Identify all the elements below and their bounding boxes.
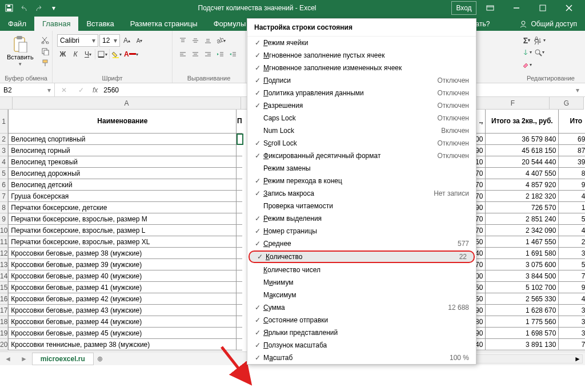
menu-item[interactable]: ✓Ползунок масштаба (247, 339, 476, 351)
row-header-4[interactable]: 4 (0, 156, 8, 168)
save-icon[interactable] (3, 2, 15, 14)
align-right-icon[interactable] (202, 49, 214, 60)
menu-item[interactable]: Num LockВключен (247, 124, 476, 137)
menu-item[interactable]: ✓Режим выделения (247, 212, 476, 225)
cell-f[interactable]: 1 691 580 (486, 248, 559, 259)
cell-g[interactable]: 9 2 (559, 179, 585, 191)
align-bottom-icon[interactable] (202, 35, 214, 46)
cell-name[interactable]: Кроссовки теннисные, размер 38 (мужские) (8, 339, 237, 350)
cell-g[interactable]: 7 3 (559, 270, 585, 282)
orientation-icon[interactable]: ab▾ (215, 35, 226, 46)
cell-g[interactable]: 3 1 (559, 305, 585, 316)
find-select-icon[interactable]: ▾ (534, 47, 545, 58)
copy-icon[interactable] (39, 46, 51, 57)
cell-name[interactable]: Кроссовки беговые, размер 39 (мужские) (8, 259, 237, 270)
row-header-20[interactable]: 20 (0, 339, 8, 350)
close-icon[interactable] (556, 0, 582, 16)
cell-f[interactable]: 1 628 670 (486, 305, 559, 316)
cell-f[interactable]: 4 857 920 (486, 179, 559, 191)
cell-name[interactable]: Перчатки боксерские, детские (8, 202, 237, 213)
row-header-15[interactable]: 15 (0, 282, 8, 293)
menu-item[interactable]: ✓Среднее577 (247, 237, 476, 250)
sheet-tab[interactable]: microexcel.ru (32, 353, 94, 365)
tab-home[interactable]: Главная (34, 17, 78, 31)
menu-item[interactable]: ✓Запись макросаНет записи (247, 187, 476, 200)
cell-name[interactable]: Велосипед трековый (8, 156, 237, 168)
menu-item[interactable]: Режим замены (247, 162, 476, 175)
cell-name[interactable]: Перчатки боксерские, взрослые, размер M (8, 213, 237, 225)
maximize-icon[interactable] (530, 0, 555, 16)
cell-g[interactable]: 9 7 (559, 282, 585, 293)
cell-name[interactable]: Велосипед детский (8, 179, 237, 191)
row-header-12[interactable]: 12 (0, 248, 8, 259)
cell-g[interactable]: 1 3 (559, 202, 585, 213)
menu-item[interactable]: ✓Фиксированный десятичный форматОтключен (247, 149, 476, 162)
cell-name[interactable]: Кроссовки беговые, размер 41 (мужские) (8, 282, 237, 293)
menu-item[interactable]: ✓Состояние отправки (247, 314, 476, 326)
sheet-nav-next-icon[interactable]: ► (16, 353, 32, 365)
menu-item[interactable]: ✓Режим перехода в конец (247, 175, 476, 187)
minimize-icon[interactable] (504, 0, 529, 16)
decrease-indent-icon[interactable] (215, 49, 226, 60)
border-icon[interactable]: ▾ (97, 49, 108, 60)
format-painter-icon[interactable] (39, 57, 51, 68)
menu-item[interactable]: ✓Номер страницы (247, 225, 476, 237)
autosum-icon[interactable]: Σ▾ (521, 35, 532, 46)
row-header-19[interactable]: 19 (0, 328, 8, 339)
underline-button[interactable]: Ч▾ (82, 49, 94, 60)
tab-layout[interactable]: Разметка страницы (122, 17, 206, 31)
clear-icon[interactable]: ▾ (521, 59, 532, 70)
fx-icon[interactable]: fx (93, 86, 98, 94)
cell-g[interactable]: 69 8 (559, 134, 585, 145)
name-box[interactable]: ▾ (0, 83, 55, 96)
increase-font-icon[interactable]: A▴ (121, 35, 133, 46)
row-header-18[interactable]: 18 (0, 316, 8, 328)
cell-name[interactable]: Перчатки боксерские, взрослые, размер XL (8, 236, 237, 248)
paste-button[interactable]: Вставить ▼ (5, 34, 36, 68)
menu-item[interactable]: Количество чисел (247, 264, 476, 276)
menu-item[interactable]: ✓Мгновенное заполнение измененных ячеек (247, 62, 476, 74)
menu-item[interactable]: ✓Режим ячейки (247, 37, 476, 49)
cell-g[interactable]: 3 2 (559, 328, 585, 339)
qat-dropdown-icon[interactable]: ▾ (48, 2, 59, 14)
menu-item[interactable]: ✓Scroll LockОтключен (247, 137, 476, 149)
cell-name[interactable]: Груша боксерская (8, 191, 237, 202)
ribbon-display-icon[interactable] (478, 0, 503, 16)
decrease-font-icon[interactable]: A▾ (134, 35, 145, 46)
row-header-14[interactable]: 14 (0, 270, 8, 282)
cell-name[interactable]: Кроссовки беговые, размер 40 (мужские) (8, 270, 237, 282)
cell-name[interactable]: Велосипед спортивный (8, 134, 237, 145)
cell-f[interactable]: 726 570 (486, 202, 559, 213)
cell-name[interactable]: Кроссовки беговые, размер 44 (мужские) (8, 316, 237, 328)
cell-f[interactable]: 36 579 840 (486, 134, 559, 145)
cell-g[interactable]: 4 4 (559, 225, 585, 236)
cell-f[interactable]: 1 698 570 (486, 328, 559, 339)
row-header-3[interactable]: 3 (0, 145, 8, 156)
tab-insert[interactable]: Вставка (78, 17, 122, 31)
menu-item[interactable]: ✓Сумма12 688 (247, 301, 476, 314)
font-size-select[interactable]: 12▾ (99, 34, 120, 47)
col-header-F[interactable]: F (476, 97, 550, 110)
row-header-9[interactable]: 9 (0, 213, 8, 225)
font-name-select[interactable]: Calibri▾ (57, 34, 98, 47)
font-color-icon[interactable]: A▾ (123, 49, 139, 60)
cell-f[interactable]: 1 467 550 (486, 236, 559, 248)
cell-f[interactable]: 2 851 240 (486, 213, 559, 225)
cell-name[interactable]: Кроссовки беговые, размер 45 (мужские) (8, 328, 237, 339)
align-top-icon[interactable] (177, 35, 189, 46)
cell-f[interactable]: 2 342 090 (486, 225, 559, 236)
login-button[interactable]: Вход (451, 1, 476, 15)
cell-name[interactable]: Велосипед горный (8, 145, 237, 156)
align-left-icon[interactable] (177, 49, 189, 60)
align-middle-icon[interactable] (190, 35, 201, 46)
fill-color-icon[interactable]: ▾ (111, 49, 122, 60)
cell-g[interactable]: 2 8 (559, 236, 585, 248)
cell-name[interactable]: Кроссовки беговые, размер 42 (мужские) (8, 293, 237, 305)
cell-g[interactable]: 3 2 (559, 248, 585, 259)
cell-g[interactable]: 4 8 (559, 293, 585, 305)
increase-indent-icon[interactable] (227, 49, 239, 60)
row-header-1[interactable]: 1 (0, 110, 8, 134)
cut-icon[interactable] (39, 34, 51, 46)
row-header-17[interactable]: 17 (0, 305, 8, 316)
cell-g[interactable]: 5 8 (559, 259, 585, 270)
